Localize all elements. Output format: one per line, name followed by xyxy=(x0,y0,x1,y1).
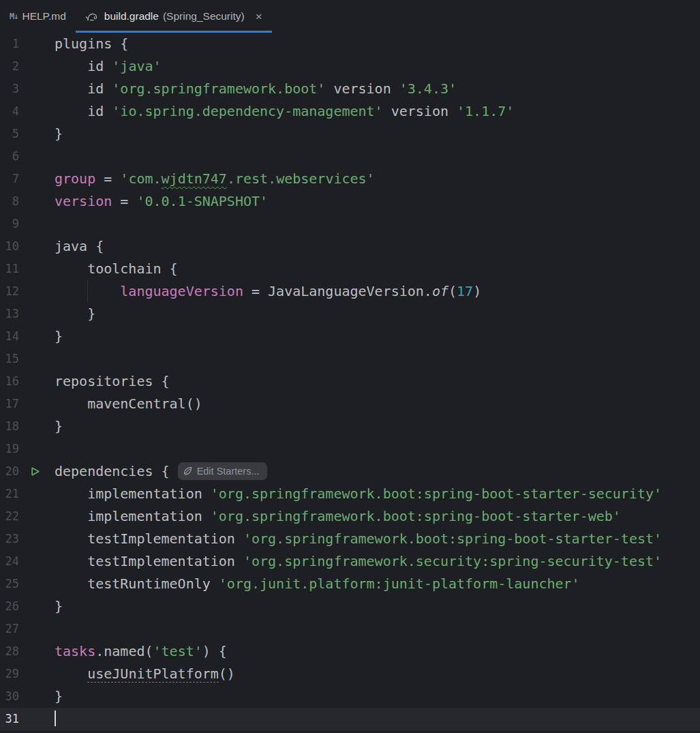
gutter-spacer xyxy=(19,168,51,190)
code-line: 21 implementation 'org.springframework.b… xyxy=(0,483,700,505)
gutter-spacer xyxy=(19,325,51,348)
gutter-spacer xyxy=(19,258,51,280)
code-token: 'java' xyxy=(112,58,161,74)
code-text[interactable]: dependencies { Edit Starters... xyxy=(51,460,700,483)
line-number: 18 xyxy=(0,415,19,438)
code-text[interactable]: implementation 'org.springframework.boot… xyxy=(51,505,700,528)
code-token: 'org.junit.platform:junit-platform-launc… xyxy=(219,575,580,592)
code-token: 'test' xyxy=(153,643,202,659)
line-number: 13 xyxy=(0,303,19,325)
code-text[interactable] xyxy=(51,145,700,168)
code-editor[interactable]: 1plugins {2 id 'java'3 id 'org.springfra… xyxy=(0,33,700,730)
code-token: } xyxy=(55,418,63,434)
code-token: repositories { xyxy=(55,373,170,389)
gutter-spacer xyxy=(19,348,51,370)
code-token: testImplementation xyxy=(55,553,243,569)
line-number: 25 xyxy=(0,573,19,595)
line-number: 10 xyxy=(0,235,19,258)
gutter-spacer xyxy=(19,528,51,550)
code-line: 29 useJUnitPlatform() xyxy=(0,663,700,685)
code-text[interactable]: testImplementation 'org.springframework.… xyxy=(51,528,700,550)
code-token: version xyxy=(325,80,399,97)
gutter-spacer xyxy=(19,550,51,573)
code-line: 31 xyxy=(0,708,700,730)
code-token: ) { xyxy=(202,643,227,659)
tab-project-name: (Spring_Security) xyxy=(163,10,245,23)
code-text[interactable]: repositories { xyxy=(51,370,700,393)
inlay-label: Edit Starters... xyxy=(197,462,260,480)
line-number: 14 xyxy=(0,325,19,348)
run-gutter-icon[interactable] xyxy=(19,460,51,483)
code-token: 'org.springframework.boot:spring-boot-st… xyxy=(211,508,621,524)
code-text[interactable]: toolchain { xyxy=(51,258,700,280)
code-text[interactable]: languageVersion = JavaLanguageVersion.of… xyxy=(51,280,700,303)
gutter-spacer xyxy=(19,280,51,303)
code-token: '3.4.3' xyxy=(399,80,457,97)
code-line: 13 } xyxy=(0,303,700,325)
code-token: 'org.springframework.boot:spring-boot-st… xyxy=(243,530,662,547)
edit-starters-inlay[interactable]: Edit Starters... xyxy=(178,462,267,480)
code-text[interactable] xyxy=(51,708,700,730)
close-tab-icon[interactable]: × xyxy=(256,11,262,23)
code-text[interactable]: plugins { xyxy=(51,33,700,55)
code-token: 'org.springframework.security:spring-sec… xyxy=(243,553,662,569)
code-text[interactable]: } xyxy=(51,303,700,325)
line-number: 3 xyxy=(0,78,19,100)
tab-help-md[interactable]: M↓ HELP.md xyxy=(0,0,76,33)
code-line: 23 testImplementation 'org.springframewo… xyxy=(0,528,700,550)
code-text[interactable]: java { xyxy=(51,235,700,258)
code-token: } xyxy=(55,328,63,344)
code-token: } xyxy=(55,305,95,322)
code-text[interactable]: id 'io.spring.dependency-management' ver… xyxy=(51,100,700,123)
code-line: 15 xyxy=(0,348,700,370)
gutter-spacer xyxy=(19,640,51,663)
code-text[interactable] xyxy=(51,618,700,640)
line-number: 22 xyxy=(0,505,19,528)
code-token: toolchain { xyxy=(55,260,178,277)
line-number: 5 xyxy=(0,123,19,145)
code-token: } xyxy=(55,125,63,142)
code-text[interactable] xyxy=(51,348,700,370)
code-token: version xyxy=(383,103,457,119)
tab-label: HELP.md xyxy=(22,10,65,23)
code-text[interactable]: group = 'com.wjdtn747.rest.webservices' xyxy=(51,168,700,190)
code-token: 'org.springframework.boot' xyxy=(112,80,325,97)
code-text[interactable]: } xyxy=(51,325,700,348)
code-text[interactable]: } xyxy=(51,415,700,438)
code-text[interactable]: } xyxy=(51,595,700,618)
code-text[interactable]: } xyxy=(51,685,700,708)
code-token: () xyxy=(219,665,235,682)
code-line: 9 xyxy=(0,213,700,235)
gutter-spacer xyxy=(19,618,51,640)
code-text[interactable]: id 'org.springframework.boot' version '3… xyxy=(51,78,700,100)
tab-build-gradle[interactable]: build.gradle (Spring_Security) × xyxy=(76,0,272,33)
code-text[interactable]: id 'java' xyxy=(51,55,700,78)
code-text[interactable]: tasks.named('test') { xyxy=(51,640,700,663)
indent-guide xyxy=(87,280,88,303)
code-text[interactable]: } xyxy=(51,123,700,145)
code-text[interactable]: testRuntimeOnly 'org.junit.platform:juni… xyxy=(51,573,700,595)
code-text[interactable]: mavenCentral() xyxy=(51,393,700,415)
code-text[interactable]: testImplementation 'org.springframework.… xyxy=(51,550,700,573)
code-token: ) xyxy=(473,283,481,299)
line-number: 23 xyxy=(0,528,19,550)
code-token: tasks xyxy=(55,643,95,659)
code-line: 17 mavenCentral() xyxy=(0,393,700,415)
gutter-spacer xyxy=(19,685,51,708)
code-line: 3 id 'org.springframework.boot' version … xyxy=(0,78,700,100)
code-line: 4 id 'io.spring.dependency-management' v… xyxy=(0,100,700,123)
code-text[interactable]: useJUnitPlatform() xyxy=(51,663,700,685)
line-number: 21 xyxy=(0,483,19,505)
code-line: 22 implementation 'org.springframework.b… xyxy=(0,505,700,528)
code-token: id xyxy=(55,80,112,97)
editor-tab-bar: M↓ HELP.md build.gradle (Spring_Security… xyxy=(0,0,700,33)
spring-leaf-icon xyxy=(183,466,193,476)
code-text[interactable] xyxy=(51,438,700,460)
code-text[interactable]: version = '0.0.1-SNAPSHOT' xyxy=(51,190,700,213)
code-text[interactable]: implementation 'org.springframework.boot… xyxy=(51,483,700,505)
gutter-spacer xyxy=(19,483,51,505)
gutter-spacer xyxy=(19,55,51,78)
code-text[interactable] xyxy=(51,213,700,235)
code-token: id xyxy=(55,103,112,119)
code-line: 26} xyxy=(0,595,700,618)
